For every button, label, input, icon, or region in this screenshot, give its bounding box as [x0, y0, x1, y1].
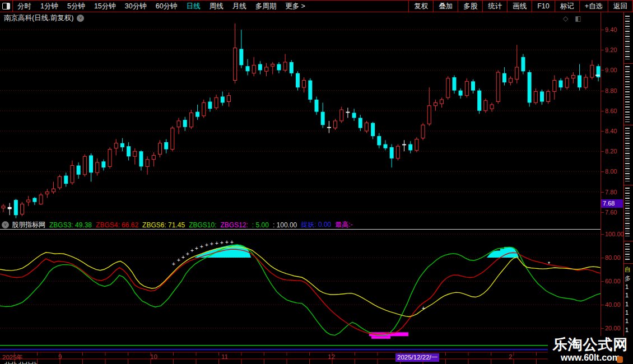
layout-panel-icon[interactable]: ◧ [575, 15, 581, 22]
title-bar: 南京高科(日线.前复权) ˅ [0, 12, 601, 24]
indicator-header-item-5: ZBGS10: [189, 221, 216, 229]
sidebar-divider [624, 185, 633, 185]
period-tab-5[interactable]: 30分钟 [120, 2, 151, 11]
indicator-header-item-10: 最高:- [335, 221, 352, 229]
trading-app-window: 分时1分钟5分钟15分钟30分钟60分钟日线周线月线多周期更多 > 复权叠加多股… [0, 0, 633, 364]
date-axis-label: 10 [150, 353, 157, 360]
toolbar-button-7[interactable]: 标记 [555, 1, 579, 12]
toolbar-right-buttons: 复权叠加多股统计画线F10标记+自选返回 [408, 1, 633, 12]
svg-text:+: + [200, 244, 203, 250]
indicator-header[interactable]: ˅ 股朋指标网ZBGS3: 49.38ZBGS4: 66.62ZBGS6: 71… [0, 221, 601, 229]
sidebar-number: 1 [625, 292, 629, 298]
indicator-header-item-3: ZBGS4: 66.62 [96, 221, 138, 229]
panel-divider [0, 229, 601, 230]
date-axis-label: 11 [221, 353, 228, 360]
clipped-text-fragment [625, 66, 630, 122]
toolbar-button-3[interactable]: 多股 [458, 1, 482, 12]
svg-text:+: + [422, 305, 425, 311]
svg-text:+: + [190, 248, 194, 254]
indicator-chevron-icon[interactable]: ˅ [2, 221, 9, 228]
svg-text:+: + [205, 242, 208, 248]
svg-text:+: + [172, 261, 175, 267]
period-tab-3[interactable]: 5分钟 [63, 2, 90, 11]
sidebar-number: 1 [625, 318, 629, 324]
price-axis-label: 9.20 [605, 46, 624, 53]
toolbar-button-6[interactable]: F10 [532, 1, 555, 12]
svg-text:+: + [186, 251, 189, 257]
svg-text:+: + [210, 241, 213, 247]
price-axis-label: 9.00 [605, 67, 624, 73]
price-badge: 7.68 [601, 199, 623, 208]
indicator-axis-label: 80.00 [605, 254, 624, 261]
sidebar-divider [624, 125, 633, 125]
period-tab-7[interactable]: 日线 [182, 2, 205, 11]
indicator-header-item-9: 捉妖: 0.00 [301, 221, 331, 229]
price-axis-label: 7.60 [605, 209, 624, 216]
sidebar-badge: 自 [625, 265, 631, 274]
toolbar-button-1[interactable]: 复权 [408, 1, 433, 12]
price-axis-label: 9.40 [605, 26, 624, 33]
selected-date-highlight: 2025/12/22/一 [395, 353, 439, 362]
svg-text:+: + [220, 240, 224, 246]
clipped-text-fragment [625, 188, 630, 238]
indicator-header-item-8: : 100.00 [273, 221, 297, 229]
date-axis-year: 2025年 [2, 353, 23, 362]
price-axis-label: 8.00 [605, 168, 624, 175]
toolbar-button-5[interactable]: 画线 [507, 1, 532, 12]
toolbar-button-9[interactable]: 返回 [608, 1, 633, 12]
period-tab-8[interactable]: 周线 [205, 2, 228, 11]
sidebar-badge: 多 [625, 274, 631, 283]
svg-text:+: + [181, 254, 185, 260]
indicator-header-item-7: : 5.00 [252, 221, 269, 229]
svg-text:+: + [225, 239, 229, 245]
partial-logo-icon [617, 356, 623, 363]
top-toolbar: 分时1分钟5分钟15分钟30分钟60分钟日线周线月线多周期更多 > 复权叠加多股… [0, 0, 633, 12]
sidebar-number: 1 [625, 326, 629, 333]
svg-text:+: + [230, 239, 234, 245]
period-tab-4[interactable]: 15分钟 [90, 2, 120, 11]
indicator-axis-label: 60.00 [605, 278, 624, 284]
price-axis-label: 8.20 [605, 148, 624, 155]
indicator-axis-label: 40.00 [605, 301, 624, 308]
period-tab-9[interactable]: 月线 [228, 2, 251, 11]
date-axis-label: 9 [58, 353, 62, 360]
period-tab-1[interactable]: 分时 [13, 2, 36, 11]
clipped-sidebar[interactable]: 自多11111111 [624, 12, 633, 364]
stock-title: 南京高科(日线.前复权) [4, 13, 73, 23]
indicator-header-item-6: ZBGS12: [221, 221, 248, 229]
period-tab-2[interactable]: 1分钟 [36, 2, 63, 11]
price-axis-label: 7.80 [605, 189, 624, 195]
indicator-axis-label: 20.00 [605, 325, 624, 332]
indicator-header-item-4: ZBGS6: 71.45 [142, 221, 185, 229]
sidebar-number: 1 [625, 309, 629, 316]
period-tab-bar: 分时1分钟5分钟15分钟30分钟60分钟日线周线月线多周期更多 > [13, 2, 310, 11]
diamond-icon[interactable]: ◇ [563, 15, 568, 22]
date-axis-label: 12 [328, 353, 335, 360]
sidebar-number: 1 [625, 283, 629, 290]
indicator-chart[interactable]: ++++++++++++++* [0, 230, 601, 352]
period-tab-11[interactable]: 更多 > [281, 2, 310, 11]
toolbar-button-8[interactable]: +自选 [579, 1, 608, 12]
panel-toggle-icon[interactable] [0, 1, 13, 12]
axis-frame-line [601, 12, 601, 364]
price-axis-label: 8.80 [605, 87, 624, 94]
chevron-down-icon[interactable]: ˅ [77, 15, 84, 22]
sidebar-divider [624, 263, 633, 264]
main-candlestick-chart[interactable] [0, 24, 601, 221]
toolbar-button-2[interactable]: 叠加 [433, 1, 458, 12]
svg-text:+: + [195, 245, 198, 251]
date-axis-label: 2 [509, 353, 512, 360]
sidebar-divider [624, 63, 633, 64]
period-tab-6[interactable]: 60分钟 [151, 2, 182, 11]
svg-text:*: * [548, 261, 550, 267]
clipped-text-fragment [625, 244, 630, 260]
price-axis-label: 8.60 [605, 108, 624, 114]
svg-text:+: + [177, 257, 180, 263]
watermark-title: 乐淘公式网 [548, 336, 633, 353]
sidebar-divider [624, 241, 633, 241]
period-tab-10[interactable]: 多周期 [251, 2, 281, 11]
sidebar-number: 1 [625, 301, 629, 307]
toolbar-button-4[interactable]: 统计 [482, 1, 507, 12]
indicator-header-item-1: 股朋指标网 [12, 221, 45, 229]
indicator-header-item-2: ZBGS3: 49.38 [49, 221, 92, 229]
